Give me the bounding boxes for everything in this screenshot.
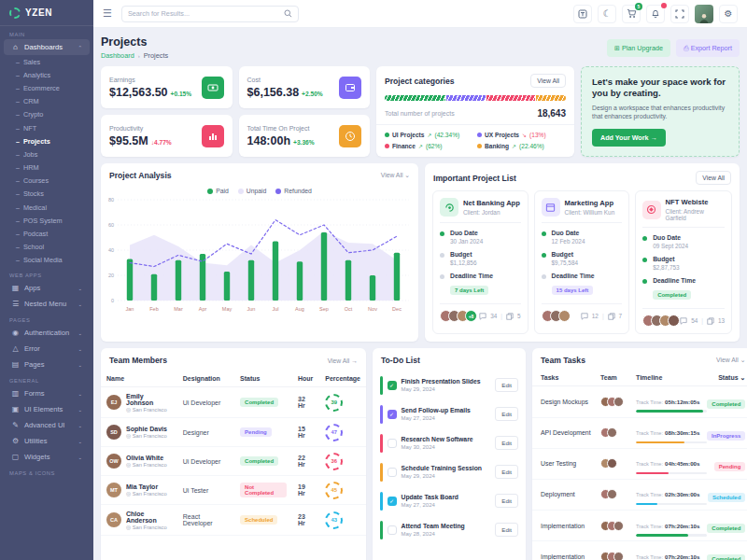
search-icon[interactable] (284, 9, 292, 18)
svg-text:Dec: Dec (392, 306, 402, 312)
team-member-row: OW Olivia White◎ San Francisco Ui Develo… (101, 447, 366, 476)
sidebar-subitem-hrm[interactable]: –HRM (0, 161, 93, 175)
edit-button[interactable]: Edit (495, 523, 518, 537)
sidebar-subitem-social-media[interactable]: –Social Media (0, 254, 93, 267)
project-list-view-all-button[interactable]: View All (696, 171, 731, 185)
todo-item: Research New SoftwareMay 30, 2024 Edit (373, 428, 526, 457)
chevron-down-icon: ⌄ (78, 423, 82, 428)
chevron-down-icon: ⌄ (78, 391, 82, 397)
sidebar-subitem-crypto[interactable]: –Crypto (0, 108, 93, 121)
tasks-col-status: Status ⌄ (718, 374, 745, 382)
timeline-dot-icon (642, 236, 647, 241)
project-detail-row: Duo Date 30 Jan 2024 (440, 230, 521, 245)
chart-legend-unpaid[interactable]: Unpaid (238, 188, 267, 194)
chart-legend-paid[interactable]: Paid (207, 188, 229, 194)
todo-checkbox[interactable]: ✓ (388, 381, 397, 390)
status-badge: Pending (240, 427, 272, 437)
edit-button[interactable]: Edit (495, 494, 518, 508)
avatar (607, 489, 617, 499)
sidebar-subitem-projects[interactable]: –Projects (0, 134, 93, 147)
auth-icon: ◉ (11, 329, 20, 337)
team-members-view-all[interactable]: View All → (328, 357, 358, 364)
sidebar-subitem-school[interactable]: –School (0, 241, 93, 254)
sidebar-subitem-podcast[interactable]: –Podcast (0, 227, 93, 240)
chevron-down-icon: ⌄ (78, 330, 82, 336)
files-icon (608, 313, 615, 320)
sidebar-item-widgets[interactable]: ▢ Widgets ⌄ (4, 449, 90, 465)
todo-checkbox[interactable] (388, 468, 397, 477)
breadcrumb-separator: › (138, 53, 140, 59)
team-task-row: Design Mockups Track Time:05h:12m:05s Co… (532, 386, 747, 417)
project-list-title: Important Project List (433, 174, 516, 183)
sidebar-subitem-stocks[interactable]: –Stocks (0, 188, 93, 201)
trend-up-icon: ↗ (427, 132, 431, 138)
edit-button[interactable]: Edit (495, 378, 518, 392)
export-report-button[interactable]: ⎙ Export Report (676, 39, 740, 57)
search-input[interactable] (128, 9, 280, 18)
chevron-up-icon: ⌃ (78, 45, 82, 50)
edit-button[interactable]: Edit (495, 465, 518, 479)
sidebar-section-label: GENERAL (0, 372, 93, 385)
sidebar-subitem-crm[interactable]: –CRM (0, 95, 93, 108)
todo-checkbox[interactable]: ✓ (388, 497, 397, 506)
todo-checkbox[interactable] (388, 439, 397, 448)
team-tasks-view-all[interactable]: View All ⌄ (716, 357, 745, 364)
sidebar-subitem-sales[interactable]: –Sales (0, 55, 93, 68)
members-col-hour: Hour (292, 371, 319, 387)
language-icon[interactable] (573, 5, 592, 23)
comments-icon (479, 313, 486, 320)
analysis-view-all[interactable]: View All ⌄ (381, 172, 410, 179)
track-time-bar (636, 503, 657, 506)
sidebar-subitem-nft[interactable]: –NFT (0, 121, 93, 134)
clock-icon (339, 125, 361, 147)
svg-text:Mar: Mar (174, 306, 183, 312)
app-logo[interactable]: YZEN (0, 0, 93, 26)
breadcrumb-current: Projects (144, 51, 168, 60)
project-card-nft-webiste[interactable]: NFT WebisteClient: Andrew Garfield Duo D… (635, 190, 732, 334)
project-card-net-banking-app[interactable]: Net Banking AppClient: Jordan Duo Date 3… (432, 190, 529, 334)
sidebar-subitem-analytics[interactable]: –Analytics (0, 68, 93, 81)
todo-checkbox[interactable]: ✓ (388, 410, 397, 419)
user-avatar[interactable] (695, 5, 713, 23)
project-card-marketing-app[interactable]: Marketing AppClient: Willium Kun Duo Dat… (534, 190, 630, 334)
categories-view-all-button[interactable]: View All (530, 74, 566, 88)
sidebar-item-error[interactable]: △ Error ⌄ (4, 341, 90, 357)
dark-mode-icon[interactable]: ☾ (598, 5, 616, 23)
sidebar-item-ui-elements[interactable]: ▣ UI Elements ⌄ (4, 401, 90, 417)
sidebar-item-apps[interactable]: ▦ Apps ⌄ (4, 280, 90, 296)
sidebar-subitem-medical[interactable]: –Medical (0, 201, 93, 214)
fullscreen-icon[interactable] (670, 5, 689, 23)
sidebar-item-pages[interactable]: ▤ Pages ⌄ (4, 357, 90, 372)
sidebar-item-authentication[interactable]: ◉ Authentication ⌄ (4, 325, 90, 341)
hamburger-icon[interactable]: ☰ (103, 7, 112, 20)
category-legend-item: UX Projects ↘ (13%) (477, 132, 566, 138)
sidebar-subitem-jobs[interactable]: –Jobs (0, 147, 93, 161)
sidebar-subitem-ecommerce[interactable]: –Ecommerce (0, 81, 93, 94)
sidebar-item-nested-menu[interactable]: ☰ Nested Menu ⌄ (4, 296, 90, 312)
sidebar-item-forms[interactable]: ▥ Forms ⌄ (4, 385, 90, 401)
nft-app-icon (642, 201, 660, 219)
notification-badge (661, 3, 667, 8)
edit-button[interactable]: Edit (495, 436, 518, 450)
task-team-avatars (600, 427, 636, 438)
chart-legend-refunded[interactable]: Refunded (275, 188, 311, 194)
status-badge: InProgress (707, 431, 745, 441)
plan-upgrade-button[interactable]: ⊞ Plan Upgrade (607, 39, 670, 57)
edit-button[interactable]: Edit (495, 407, 518, 421)
sidebar-nav: MAIN ⌂ Dashboards ⌃–Sales–Analytics–Ecom… (0, 26, 93, 478)
notifications-icon[interactable] (646, 5, 665, 23)
sidebar-item-advanced-ui[interactable]: ✎ Advanced UI ⌄ (4, 417, 90, 433)
cart-icon[interactable]: 5 (622, 5, 641, 23)
legend-dot-icon (385, 133, 389, 137)
error-icon: △ (11, 344, 20, 353)
sidebar-item-dashboards[interactable]: ⌂ Dashboards ⌃ (4, 39, 90, 55)
categories-progress-bar (385, 95, 566, 101)
settings-icon[interactable]: ⚙ (719, 5, 738, 23)
sidebar-subitem-courses[interactable]: –Courses (0, 175, 93, 188)
breadcrumb-dashboard[interactable]: Dashboard (101, 51, 134, 60)
add-your-work-button[interactable]: Add Your Work → (592, 129, 666, 147)
sidebar-subitem-pos-system[interactable]: –POS System (0, 214, 93, 227)
sidebar-item-utilities[interactable]: ⚙ Utilities ⌄ (4, 433, 90, 449)
todo-checkbox[interactable] (388, 525, 397, 535)
pages-icon: ▤ (11, 360, 20, 369)
